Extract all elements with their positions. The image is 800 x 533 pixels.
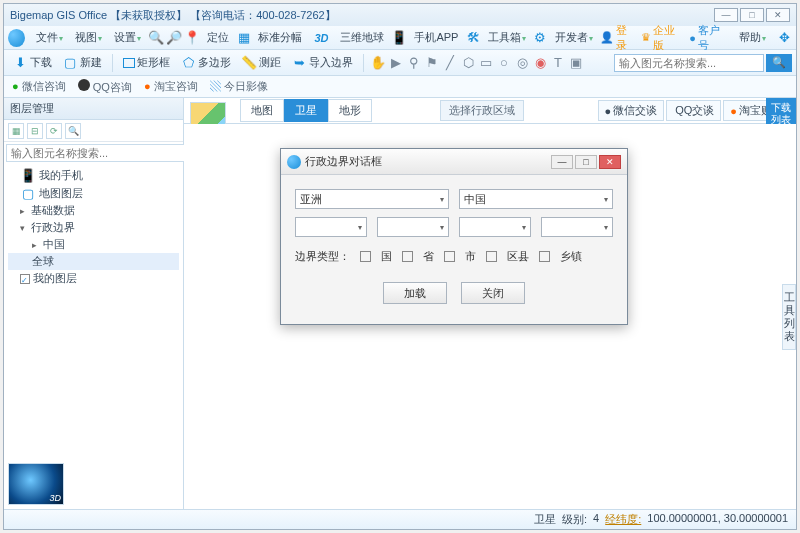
account-link[interactable]: ●客户号 (689, 23, 728, 53)
toolbar: ⬇下载 ▢新建 矩形框 ⬠多边形 📏测距 ➥导入边界 ✋ ▶ ⚲ ⚑ ╱ ⬡ ▭… (4, 50, 796, 76)
status-sat: 卫星 (534, 512, 556, 527)
layer-add-button[interactable]: ▦ (8, 123, 24, 139)
chk-shi[interactable] (444, 251, 455, 262)
photo-icon[interactable]: ▣ (568, 55, 584, 71)
qq-consult[interactable]: QQ咨询 (78, 79, 132, 95)
locate-icon[interactable]: 📍 (184, 30, 200, 46)
tab-satellite[interactable]: 卫星 (284, 99, 328, 122)
minimize-button[interactable]: — (714, 8, 738, 22)
pin-icon[interactable]: ⚲ (406, 55, 422, 71)
menu-globe[interactable]: 三维地球 (335, 28, 389, 47)
menu-app[interactable]: 手机APP (409, 28, 463, 47)
taobao-consult[interactable]: ● 淘宝咨询 (144, 79, 198, 94)
tree-map-layer[interactable]: ▢地图图层 (8, 184, 179, 202)
menu-help[interactable]: 帮助 (734, 28, 771, 47)
measure-tool[interactable]: 📏测距 (237, 53, 285, 73)
menu-view[interactable]: 视图 (70, 28, 107, 47)
new-button[interactable]: ▢新建 (58, 53, 106, 73)
combo-2[interactable] (377, 217, 449, 237)
layer-search-input[interactable] (6, 144, 185, 162)
download-button[interactable]: ⬇下载 (8, 53, 56, 73)
combo-1[interactable] (295, 217, 367, 237)
grid-icon[interactable]: ▦ (236, 30, 251, 46)
zoom-out-icon[interactable]: 🔎 (166, 30, 182, 46)
checkbox-icon[interactable] (20, 274, 30, 284)
rtab-qq[interactable]: QQ交谈 (666, 100, 721, 121)
app-logo-icon (8, 29, 25, 47)
layer-refresh-button[interactable]: ⟳ (46, 123, 62, 139)
cursor-icon[interactable]: ▶ (388, 55, 404, 71)
today-image[interactable]: ▧ 今日影像 (210, 79, 268, 94)
dialog-min-button[interactable]: — (551, 155, 573, 169)
tab-map[interactable]: 地图 (240, 99, 284, 122)
tab-terrain[interactable]: 地形 (328, 99, 372, 122)
menu-dev[interactable]: 开发者 (550, 28, 598, 47)
search-input[interactable] (614, 54, 764, 72)
dialog-close-button[interactable]: ✕ (599, 155, 621, 169)
maximize-button[interactable]: □ (740, 8, 764, 22)
menu-tiles[interactable]: 标准分幅 (253, 28, 307, 47)
dialog-titlebar[interactable]: 行政边界对话框 — □ ✕ (281, 149, 627, 175)
dialog-logo-icon (287, 155, 301, 169)
chk-sheng[interactable] (402, 251, 413, 262)
shape-icon[interactable]: ⬡ (460, 55, 476, 71)
menu-3d[interactable]: 3D (309, 30, 333, 46)
close-button[interactable]: ✕ (766, 8, 790, 22)
menu-settings[interactable]: 设置 (109, 28, 146, 47)
line-icon[interactable]: ╱ (442, 55, 458, 71)
layer-search-button[interactable]: 🔍 (65, 123, 81, 139)
record-icon[interactable]: ◉ (532, 55, 548, 71)
rtab-wechat[interactable]: ●微信交谈 (598, 100, 665, 121)
tree-my-phone[interactable]: 📱我的手机 (8, 166, 179, 184)
phone-info: 【咨询电话：400-028-7262】 (190, 8, 336, 23)
tree-global[interactable]: 全球 (8, 253, 179, 270)
menu-file[interactable]: 文件 (31, 28, 68, 47)
chk-qx[interactable] (486, 251, 497, 262)
status-coord-label[interactable]: 经纬度: (605, 512, 641, 527)
load-button[interactable]: 加载 (383, 282, 447, 304)
phone-icon: 📱 (20, 167, 36, 183)
rect2-icon[interactable]: ▭ (478, 55, 494, 71)
pan-icon[interactable]: ✋ (370, 55, 386, 71)
circle-icon[interactable]: ○ (496, 55, 512, 71)
country-select[interactable]: 中国 (459, 189, 613, 209)
circles-icon[interactable]: ◎ (514, 55, 530, 71)
search-button[interactable]: 🔍 (766, 54, 792, 72)
tree-china[interactable]: ▸中国 (8, 236, 179, 253)
text-icon[interactable]: T (550, 55, 566, 71)
import-tool[interactable]: ➥导入边界 (287, 53, 357, 73)
layer-del-button[interactable]: ⊟ (27, 123, 43, 139)
flag-icon[interactable]: ⚑ (424, 55, 440, 71)
status-level: 4 (593, 512, 599, 527)
login-link[interactable]: 👤登录 (600, 23, 635, 53)
combo-3[interactable] (459, 217, 531, 237)
layer-icon: ▢ (20, 185, 36, 201)
region-selector[interactable]: 选择行政区域 (440, 100, 524, 121)
app-title: Bigemap GIS Office (10, 9, 107, 21)
continent-select[interactable]: 亚洲 (295, 189, 449, 209)
taobao-icon: ● (730, 105, 737, 117)
map-tabs-bar: 选择地图▾ 地图 卫星 地形 选择行政区域 ●微信交谈 QQ交谈 ●淘宝购买 下… (184, 98, 796, 124)
tree-my-layer[interactable]: 我的图层 (8, 270, 179, 287)
close-dialog-button[interactable]: 关闭 (461, 282, 525, 304)
wechat-consult[interactable]: ● 微信咨询 (12, 79, 66, 94)
tree-admin[interactable]: ▾行政边界 (8, 219, 179, 236)
target-icon[interactable]: ✥ (777, 30, 792, 46)
tree-base[interactable]: ▸基础数据 (8, 202, 179, 219)
rect-icon (123, 58, 135, 68)
zoom-in-icon[interactable]: 🔍 (148, 30, 164, 46)
poly-tool[interactable]: ⬠多边形 (176, 53, 235, 73)
rect-tool[interactable]: 矩形框 (119, 53, 174, 72)
dialog-title: 行政边界对话框 (305, 154, 382, 169)
enterprise-link[interactable]: ♛企业版 (641, 23, 683, 53)
menu-locate[interactable]: 定位 (202, 28, 234, 47)
admin-boundary-dialog: 行政边界对话框 — □ ✕ 亚洲 中国 边界类型： 国 省 市 区县 乡镇 加载… (280, 148, 628, 325)
chk-xz[interactable] (539, 251, 550, 262)
tool-list-handle[interactable]: 工具列表 (782, 284, 796, 350)
chk-guo[interactable] (360, 251, 371, 262)
combo-4[interactable] (541, 217, 613, 237)
menu-toolbox[interactable]: 工具箱 (483, 28, 531, 47)
earth-thumb[interactable] (8, 463, 64, 505)
sidebar-title: 图层管理 (4, 98, 183, 120)
dialog-max-button[interactable]: □ (575, 155, 597, 169)
